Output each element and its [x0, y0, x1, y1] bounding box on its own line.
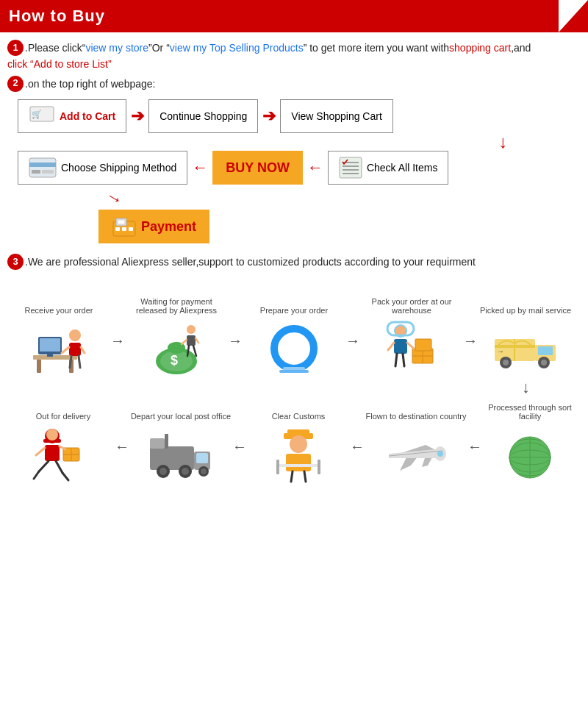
step3-number: 3 [7, 254, 24, 270]
process-icon-3 [261, 319, 327, 378]
step1-text-suffix2: ,and [511, 40, 531, 56]
svg-line-26 [81, 347, 85, 353]
svg-point-84 [159, 468, 167, 475]
process-row1: Receive your order [7, 291, 578, 378]
svg-point-70 [437, 451, 443, 457]
svg-rect-56 [538, 346, 553, 355]
process-arrow-9: ← [467, 397, 482, 455]
process-arrow-down-icon: ↓ [522, 378, 530, 397]
flow-diagram: 🛒 Add to Cart ➔ Continue Shopping ➔ View… [18, 99, 578, 243]
step2-text: .on the top right of webpage: [25, 76, 155, 92]
svg-point-88 [201, 468, 207, 474]
courier-icon [30, 426, 96, 483]
globe-icon [503, 427, 558, 482]
recycle-icon [268, 323, 320, 374]
arrow-down-container: ↓ [18, 133, 560, 151]
process-arrow-8: ← [350, 397, 365, 455]
svg-rect-21 [40, 338, 60, 352]
svg-rect-22 [47, 354, 53, 357]
header-bar: How to Buy [0, 0, 588, 32]
svg-line-28 [79, 356, 80, 368]
process-icon-8 [265, 425, 331, 484]
arrow1: ➔ [131, 107, 144, 126]
process-item-4: Pack your order at our warehouse [360, 291, 463, 378]
svg-line-98 [36, 448, 45, 455]
page-title: How to Buy [9, 7, 105, 26]
view-store-link[interactable]: view my store [85, 40, 148, 56]
svg-rect-24 [69, 343, 81, 356]
svg-line-50 [407, 343, 414, 349]
svg-rect-14 [115, 227, 120, 231]
check-all-button[interactable]: Check All Items [328, 151, 448, 185]
payment-label: Payment [141, 219, 196, 235]
process-icon-6 [26, 425, 100, 484]
process-icon-4 [379, 319, 445, 378]
step2-line: 2 .on the top right of webpage: [7, 76, 578, 92]
process-down-arrow: ↓ [7, 378, 578, 397]
airplane-icon [385, 430, 448, 478]
view-cart-button[interactable]: View Shopping Cart [280, 99, 392, 133]
svg-line-79 [304, 471, 306, 482]
payment-button[interactable]: Payment [98, 210, 209, 243]
view-cart-label: View Shopping Cart [291, 110, 381, 122]
arrow-down-wrapper: ↓ [446, 133, 560, 151]
svg-line-36 [196, 338, 198, 343]
process-label-1: Receive your order [25, 291, 93, 315]
person-desk-icon [29, 322, 88, 375]
svg-rect-74 [286, 454, 311, 471]
process-label-7: Depart your local post office [131, 397, 231, 421]
step3-content: .We are professional Aliexpress seller,s… [25, 254, 476, 270]
svg-rect-77 [318, 460, 320, 474]
svg-line-78 [291, 471, 293, 482]
buy-now-button[interactable]: BUY NOW [212, 151, 303, 185]
process-icon-5: → [489, 319, 562, 378]
process-item-6: Out for delivery [12, 397, 115, 484]
svg-line-49 [388, 343, 394, 350]
svg-line-101 [56, 461, 62, 473]
shopping-cart-link[interactable]: shopping cart [449, 40, 511, 56]
arrow2: ➔ [262, 107, 276, 126]
svg-rect-18 [37, 360, 41, 373]
add-to-cart-label: Add to Cart [60, 110, 115, 122]
svg-rect-13 [118, 220, 125, 224]
svg-point-93 [46, 429, 58, 440]
svg-rect-3 [29, 163, 56, 167]
process-arrow-7: ← [232, 397, 247, 455]
process-label-10: Processed through sort facility [482, 397, 578, 421]
svg-rect-48 [394, 339, 407, 354]
process-item-7: Depart your local post office [129, 397, 232, 484]
process-row2: Processed through sort facility [7, 397, 578, 484]
continue-shopping-label: Continue Shopping [159, 110, 247, 122]
svg-line-100 [39, 461, 49, 471]
svg-line-99 [60, 446, 65, 449]
choose-shipping-button[interactable]: Choose Shipping Method [18, 151, 187, 185]
process-item-5: Picked up by mail service [478, 291, 573, 378]
svg-rect-89 [150, 438, 165, 449]
flow-row1: 🛒 Add to Cart ➔ Continue Shopping ➔ View… [18, 99, 578, 133]
svg-line-103 [62, 473, 68, 480]
continue-shopping-button[interactable]: Continue Shopping [148, 99, 258, 133]
cart-icon: 🛒 [29, 105, 55, 127]
process-arrow-1: → [110, 291, 125, 349]
svg-rect-2 [29, 158, 56, 177]
svg-rect-16 [129, 227, 133, 231]
svg-rect-75 [276, 464, 320, 467]
arrow-diagonal: → [102, 185, 128, 211]
svg-rect-82 [196, 453, 208, 463]
svg-line-51 [395, 354, 397, 366]
view-top-products-link[interactable]: view my Top Selling Products [170, 40, 304, 56]
svg-rect-15 [122, 227, 126, 231]
step3-text: 3 .We are professional Aliexpress seller… [7, 254, 578, 270]
svg-rect-76 [276, 460, 279, 474]
step1-section: 1 .Please click“ view my store ”Or “ vie… [7, 40, 578, 92]
svg-rect-97 [45, 445, 60, 461]
buy-now-label: BUY NOW [226, 160, 290, 175]
svg-line-102 [34, 471, 39, 479]
svg-rect-40 [279, 370, 309, 373]
process-arrow-6: ← [115, 397, 129, 455]
add-to-cart-button[interactable]: 🛒 Add to Cart [18, 99, 126, 133]
process-icon-10 [493, 425, 567, 484]
step2-number: 2 [7, 76, 24, 92]
svg-point-60 [541, 360, 547, 365]
add-to-store-list-link[interactable]: click “Add to store List” [7, 56, 112, 72]
